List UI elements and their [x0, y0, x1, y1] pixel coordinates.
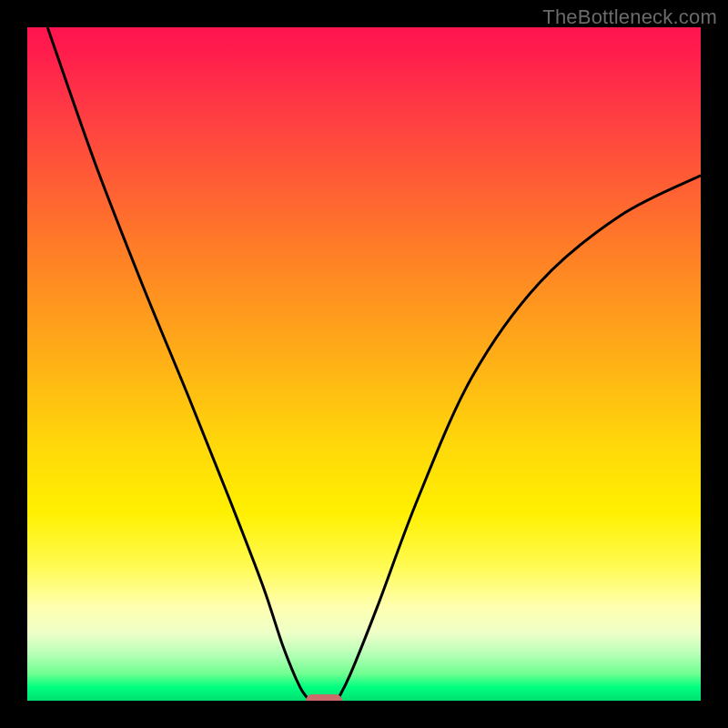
curves-svg — [27, 27, 701, 701]
left-curve — [47, 27, 310, 701]
chart-plot-area — [27, 27, 701, 701]
min-marker — [306, 694, 342, 701]
watermark-text: TheBottleneck.com — [542, 5, 717, 29]
right-curve — [337, 176, 701, 701]
